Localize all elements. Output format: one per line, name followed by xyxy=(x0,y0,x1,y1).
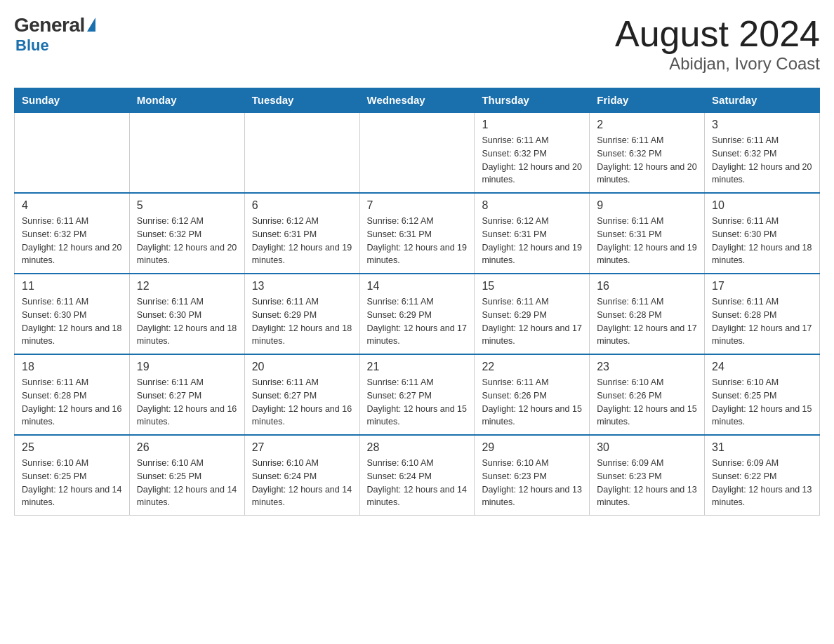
day-number: 26 xyxy=(137,441,237,454)
day-info: Sunrise: 6:11 AMSunset: 6:29 PMDaylight:… xyxy=(252,295,352,348)
calendar-day: 5Sunrise: 6:12 AMSunset: 6:32 PMDaylight… xyxy=(129,193,244,274)
day-info: Sunrise: 6:11 AMSunset: 6:32 PMDaylight:… xyxy=(597,134,697,187)
calendar-day: 28Sunrise: 6:10 AMSunset: 6:24 PMDayligh… xyxy=(359,435,475,516)
day-number: 14 xyxy=(367,280,468,293)
day-number: 22 xyxy=(482,361,582,373)
day-info: Sunrise: 6:10 AMSunset: 6:25 PMDaylight:… xyxy=(712,376,812,429)
calendar-day: 20Sunrise: 6:11 AMSunset: 6:27 PMDayligh… xyxy=(244,354,359,435)
day-info: Sunrise: 6:11 AMSunset: 6:32 PMDaylight:… xyxy=(22,215,122,267)
calendar-day: 17Sunrise: 6:11 AMSunset: 6:28 PMDayligh… xyxy=(705,274,820,354)
day-info: Sunrise: 6:09 AMSunset: 6:23 PMDaylight:… xyxy=(597,457,697,509)
day-number: 9 xyxy=(597,199,697,212)
calendar-day: 8Sunrise: 6:12 AMSunset: 6:31 PMDaylight… xyxy=(475,193,590,274)
calendar-day: 25Sunrise: 6:10 AMSunset: 6:25 PMDayligh… xyxy=(15,435,130,516)
day-info: Sunrise: 6:11 AMSunset: 6:29 PMDaylight:… xyxy=(367,295,468,348)
calendar-day: 18Sunrise: 6:11 AMSunset: 6:28 PMDayligh… xyxy=(15,354,130,435)
calendar-day: 26Sunrise: 6:10 AMSunset: 6:25 PMDayligh… xyxy=(129,435,244,516)
calendar-day: 16Sunrise: 6:11 AMSunset: 6:28 PMDayligh… xyxy=(590,274,705,354)
calendar-day: 30Sunrise: 6:09 AMSunset: 6:23 PMDayligh… xyxy=(590,435,705,516)
day-number: 4 xyxy=(22,199,122,212)
calendar-day: 6Sunrise: 6:12 AMSunset: 6:31 PMDaylight… xyxy=(244,193,359,274)
day-info: Sunrise: 6:11 AMSunset: 6:28 PMDaylight:… xyxy=(712,295,812,348)
calendar-header-friday: Friday xyxy=(590,88,705,113)
calendar-day: 1Sunrise: 6:11 AMSunset: 6:32 PMDaylight… xyxy=(475,112,590,193)
day-info: Sunrise: 6:11 AMSunset: 6:28 PMDaylight:… xyxy=(22,376,122,429)
day-number: 19 xyxy=(137,361,237,373)
day-number: 17 xyxy=(712,280,812,293)
logo-blue-text: Blue xyxy=(15,36,49,55)
calendar-day: 23Sunrise: 6:10 AMSunset: 6:26 PMDayligh… xyxy=(590,354,705,435)
calendar-day: 12Sunrise: 6:11 AMSunset: 6:30 PMDayligh… xyxy=(129,274,244,354)
calendar-header-sunday: Sunday xyxy=(15,88,130,113)
day-info: Sunrise: 6:12 AMSunset: 6:32 PMDaylight:… xyxy=(137,215,237,267)
calendar-week-4: 18Sunrise: 6:11 AMSunset: 6:28 PMDayligh… xyxy=(15,354,820,435)
day-info: Sunrise: 6:10 AMSunset: 6:24 PMDaylight:… xyxy=(367,457,468,509)
day-info: Sunrise: 6:11 AMSunset: 6:29 PMDaylight:… xyxy=(482,295,582,348)
day-info: Sunrise: 6:11 AMSunset: 6:30 PMDaylight:… xyxy=(712,215,812,267)
calendar-day: 3Sunrise: 6:11 AMSunset: 6:32 PMDaylight… xyxy=(705,112,820,193)
calendar-header-saturday: Saturday xyxy=(705,88,820,113)
day-number: 29 xyxy=(482,441,582,454)
day-number: 10 xyxy=(712,199,812,212)
day-number: 27 xyxy=(252,441,352,454)
day-number: 8 xyxy=(482,199,582,212)
calendar-week-2: 4Sunrise: 6:11 AMSunset: 6:32 PMDaylight… xyxy=(15,193,820,274)
calendar-day: 2Sunrise: 6:11 AMSunset: 6:32 PMDaylight… xyxy=(590,112,705,193)
calendar-day xyxy=(244,112,359,193)
day-info: Sunrise: 6:11 AMSunset: 6:30 PMDaylight:… xyxy=(137,295,237,348)
location-title: Abidjan, Ivory Coast xyxy=(615,54,820,74)
calendar-day: 4Sunrise: 6:11 AMSunset: 6:32 PMDaylight… xyxy=(15,193,130,274)
calendar-day: 9Sunrise: 6:11 AMSunset: 6:31 PMDaylight… xyxy=(590,193,705,274)
day-info: Sunrise: 6:11 AMSunset: 6:27 PMDaylight:… xyxy=(252,376,352,429)
calendar-day: 14Sunrise: 6:11 AMSunset: 6:29 PMDayligh… xyxy=(359,274,475,354)
calendar-header-monday: Monday xyxy=(129,88,244,113)
day-number: 3 xyxy=(712,119,812,131)
day-number: 7 xyxy=(367,199,468,212)
calendar-header-thursday: Thursday xyxy=(475,88,590,113)
day-info: Sunrise: 6:11 AMSunset: 6:28 PMDaylight:… xyxy=(597,295,697,348)
day-number: 2 xyxy=(597,119,697,131)
day-info: Sunrise: 6:11 AMSunset: 6:32 PMDaylight:… xyxy=(482,134,582,187)
day-number: 21 xyxy=(367,361,468,373)
day-info: Sunrise: 6:11 AMSunset: 6:31 PMDaylight:… xyxy=(597,215,697,267)
calendar-day: 29Sunrise: 6:10 AMSunset: 6:23 PMDayligh… xyxy=(475,435,590,516)
logo: General Blue xyxy=(14,14,95,55)
day-number: 20 xyxy=(252,361,352,373)
day-number: 16 xyxy=(597,280,697,293)
day-info: Sunrise: 6:11 AMSunset: 6:26 PMDaylight:… xyxy=(482,376,582,429)
day-number: 18 xyxy=(22,361,122,373)
calendar-day: 31Sunrise: 6:09 AMSunset: 6:22 PMDayligh… xyxy=(705,435,820,516)
day-info: Sunrise: 6:12 AMSunset: 6:31 PMDaylight:… xyxy=(482,215,582,267)
calendar-day: 24Sunrise: 6:10 AMSunset: 6:25 PMDayligh… xyxy=(705,354,820,435)
day-number: 5 xyxy=(137,199,237,212)
calendar-week-5: 25Sunrise: 6:10 AMSunset: 6:25 PMDayligh… xyxy=(15,435,820,516)
calendar-day: 13Sunrise: 6:11 AMSunset: 6:29 PMDayligh… xyxy=(244,274,359,354)
calendar-header-wednesday: Wednesday xyxy=(359,88,475,113)
day-info: Sunrise: 6:11 AMSunset: 6:30 PMDaylight:… xyxy=(22,295,122,348)
calendar-day: 15Sunrise: 6:11 AMSunset: 6:29 PMDayligh… xyxy=(475,274,590,354)
calendar-day xyxy=(359,112,475,193)
day-info: Sunrise: 6:10 AMSunset: 6:25 PMDaylight:… xyxy=(137,457,237,509)
day-info: Sunrise: 6:11 AMSunset: 6:27 PMDaylight:… xyxy=(137,376,237,429)
day-number: 31 xyxy=(712,441,812,454)
day-info: Sunrise: 6:10 AMSunset: 6:24 PMDaylight:… xyxy=(252,457,352,509)
logo-general-label: General xyxy=(14,14,85,36)
month-title: August 2024 xyxy=(615,14,820,54)
day-number: 24 xyxy=(712,361,812,373)
day-info: Sunrise: 6:10 AMSunset: 6:26 PMDaylight:… xyxy=(597,376,697,429)
day-number: 30 xyxy=(597,441,697,454)
day-number: 1 xyxy=(482,119,582,131)
day-info: Sunrise: 6:11 AMSunset: 6:27 PMDaylight:… xyxy=(367,376,468,429)
calendar-day: 21Sunrise: 6:11 AMSunset: 6:27 PMDayligh… xyxy=(359,354,475,435)
day-info: Sunrise: 6:10 AMSunset: 6:23 PMDaylight:… xyxy=(482,457,582,509)
day-number: 15 xyxy=(482,280,582,293)
calendar-week-1: 1Sunrise: 6:11 AMSunset: 6:32 PMDaylight… xyxy=(15,112,820,193)
day-number: 28 xyxy=(367,441,468,454)
calendar-day: 27Sunrise: 6:10 AMSunset: 6:24 PMDayligh… xyxy=(244,435,359,516)
calendar-day: 22Sunrise: 6:11 AMSunset: 6:26 PMDayligh… xyxy=(475,354,590,435)
calendar-day: 19Sunrise: 6:11 AMSunset: 6:27 PMDayligh… xyxy=(129,354,244,435)
day-info: Sunrise: 6:12 AMSunset: 6:31 PMDaylight:… xyxy=(367,215,468,267)
calendar-week-3: 11Sunrise: 6:11 AMSunset: 6:30 PMDayligh… xyxy=(15,274,820,354)
title-section: August 2024 Abidjan, Ivory Coast xyxy=(615,14,820,74)
day-number: 12 xyxy=(137,280,237,293)
